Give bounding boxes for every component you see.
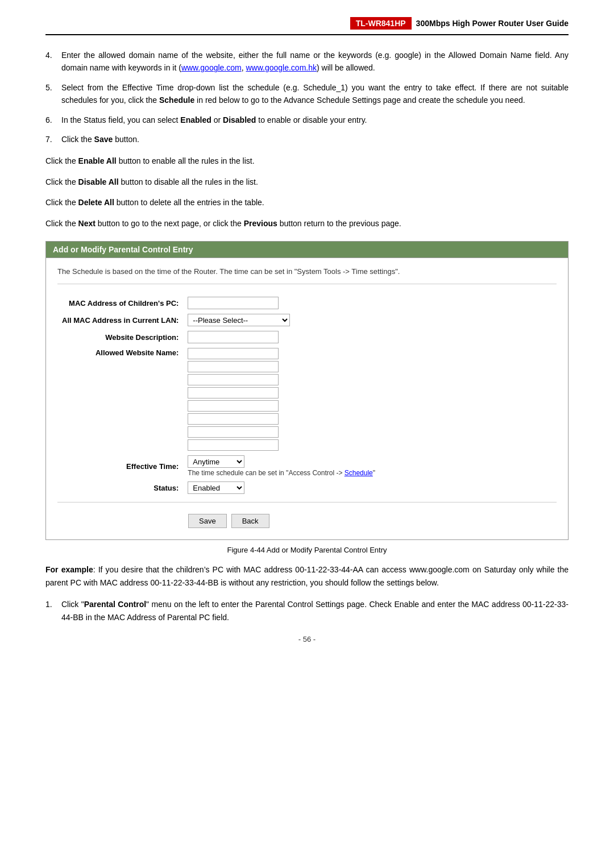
sub-instruction-1: 1. Click "Parental Control" menu on the … — [45, 598, 569, 624]
form-note: The Schedule is based on the time of the… — [57, 266, 557, 285]
for-example-bold: For example — [45, 565, 93, 574]
sub-instructions-list: 1. Click "Parental Control" menu on the … — [45, 598, 569, 624]
status-label: Status: — [57, 479, 185, 496]
form-table: MAC Address of Children's PC: All MAC Ad… — [57, 294, 557, 496]
save-button[interactable]: Save — [188, 514, 227, 528]
parental-control-bold: Parental Control — [84, 600, 146, 609]
website-desc-input-cell — [185, 329, 557, 346]
for-example-text: : If you desire that the children’s PC w… — [45, 565, 569, 587]
para-delete-all: Click the Delete All button to delete al… — [45, 196, 569, 209]
link-google-com-hk[interactable]: www.google.com.hk — [246, 63, 317, 72]
form-box-header: Add or Modify Parental Control Entry — [46, 242, 568, 258]
for-example-para: For example: If you desire that the chil… — [45, 563, 569, 589]
allowed-website-row: Allowed Website Name: — [57, 346, 557, 453]
item-content-5: Select from the Effective Time drop-down… — [61, 81, 569, 107]
website-desc-label: Website Description: — [57, 329, 185, 346]
effective-time-row: Effective Time: Anytime The time schedul… — [57, 453, 557, 479]
instruction-item-5: 5. Select from the Effective Time drop-d… — [45, 81, 569, 107]
all-mac-label: All MAC Address in Current LAN: — [57, 312, 185, 329]
schedule-note: The time schedule can be set in "Access … — [188, 469, 552, 477]
form-separator — [57, 502, 557, 502]
website-input-6[interactable] — [188, 413, 279, 425]
website-input-2[interactable] — [188, 361, 279, 372]
website-inputs-group — [188, 348, 552, 451]
form-box-body: The Schedule is based on the time of the… — [46, 258, 568, 540]
form-box: Add or Modify Parental Control Entry The… — [45, 241, 569, 541]
effective-time-label: Effective Time: — [57, 453, 185, 479]
page-number: - 56 - — [45, 635, 569, 643]
sub-item-content-1: Click "Parental Control" menu on the lef… — [61, 598, 569, 624]
para-enable-all: Click the Enable All button to enable al… — [45, 155, 569, 167]
all-mac-input-cell: --Please Select-- — [185, 312, 557, 329]
status-select[interactable]: Enabled Disabled — [188, 481, 244, 494]
mac-input-cell — [185, 294, 557, 312]
item-content-6: In the Status field, you can select Enab… — [61, 114, 569, 126]
website-input-7[interactable] — [188, 426, 279, 438]
effective-time-select[interactable]: Anytime — [188, 455, 244, 468]
instructions-list: 4. Enter the allowed domain name of the … — [45, 49, 569, 146]
item-number-5: 5. — [45, 81, 61, 107]
sub-item-number-1: 1. — [45, 598, 61, 624]
effective-time-cell: Anytime The time schedule can be set in … — [185, 453, 557, 479]
website-input-5[interactable] — [188, 400, 279, 412]
page-container: TL-WR841HP 300Mbps High Power Router Use… — [0, 0, 614, 666]
instruction-item-4: 4. Enter the allowed domain name of the … — [45, 49, 569, 74]
website-input-1[interactable] — [188, 348, 279, 359]
back-button[interactable]: Back — [231, 514, 269, 528]
previous-bold: Previous — [244, 219, 277, 228]
website-input-3[interactable] — [188, 374, 279, 385]
item-number-4: 4. — [45, 49, 61, 74]
instruction-item-6: 6. In the Status field, you can select E… — [45, 114, 569, 126]
item-number-6: 6. — [45, 114, 61, 126]
page-title: 300Mbps High Power Router User Guide — [416, 19, 569, 28]
figure-caption: Figure 4-44 Add or Modify Parental Contr… — [45, 546, 569, 554]
status-cell: Enabled Disabled — [185, 479, 557, 496]
instruction-item-7: 7. Click the Save button. — [45, 133, 569, 146]
button-row: Save Back — [57, 508, 557, 531]
status-row: Status: Enabled Disabled — [57, 479, 557, 496]
all-mac-row: All MAC Address in Current LAN: --Please… — [57, 312, 557, 329]
disable-all-bold: Disable All — [78, 177, 119, 186]
schedule-bold: Schedule — [159, 95, 194, 105]
website-input-8[interactable] — [188, 439, 279, 451]
para-next-prev: Click the Next button to go to the next … — [45, 217, 569, 230]
disabled-bold: Disabled — [223, 115, 256, 124]
para-disable-all: Click the Disable All button to disable … — [45, 176, 569, 188]
allowed-website-inputs-cell — [185, 346, 557, 453]
schedule-link[interactable]: Schedule — [345, 469, 373, 477]
website-input-4[interactable] — [188, 387, 279, 398]
item-number-7: 7. — [45, 133, 61, 146]
mac-address-row: MAC Address of Children's PC: — [57, 294, 557, 312]
delete-all-bold: Delete All — [78, 198, 114, 207]
next-bold: Next — [78, 219, 96, 228]
model-label: TL-WR841HP — [350, 17, 412, 30]
page-header: TL-WR841HP 300Mbps High Power Router Use… — [45, 17, 569, 35]
allowed-website-label: Allowed Website Name: — [57, 346, 185, 453]
mac-address-input[interactable] — [188, 297, 279, 309]
website-desc-row: Website Description: — [57, 329, 557, 346]
all-mac-select[interactable]: --Please Select-- — [188, 314, 290, 326]
item-content-4: Enter the allowed domain name of the web… — [61, 49, 569, 74]
link-google-com[interactable]: www.google.com — [181, 63, 242, 72]
enable-all-bold: Enable All — [78, 156, 117, 165]
enabled-bold: Enabled — [180, 115, 211, 124]
website-desc-input[interactable] — [188, 331, 279, 343]
save-bold: Save — [94, 135, 113, 144]
mac-label: MAC Address of Children's PC: — [57, 294, 185, 312]
item-content-7: Click the Save button. — [61, 133, 569, 146]
